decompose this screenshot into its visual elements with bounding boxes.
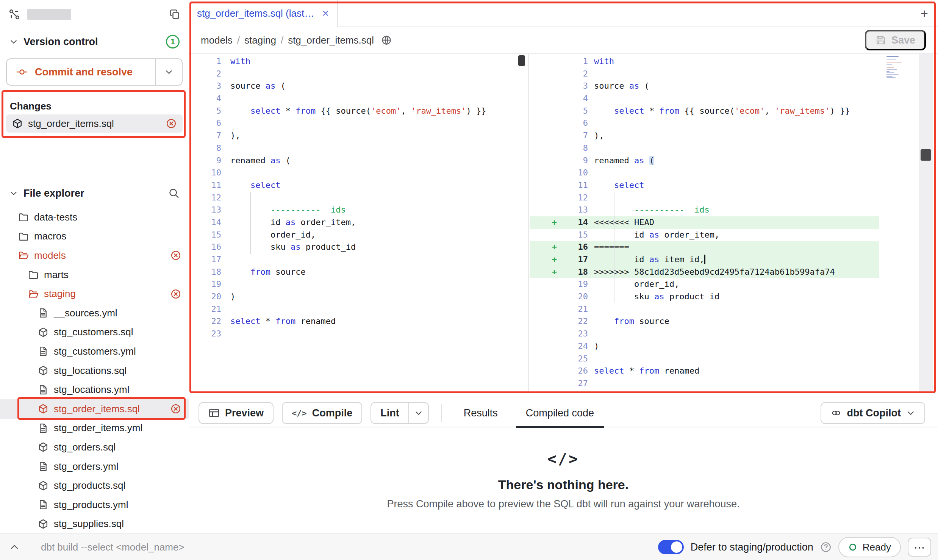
code-line[interactable]: 13 ---------- ids: [530, 204, 879, 216]
tab-results[interactable]: Results: [454, 399, 508, 427]
dbt-copilot-button[interactable]: dbt Copilot: [821, 402, 925, 424]
file-tree-item[interactable]: stg_locations.yml: [0, 380, 189, 399]
file-tree-item[interactable]: stg_customers.sql: [0, 323, 189, 342]
file-tree-item[interactable]: stg_order_items.sql: [0, 399, 189, 419]
code-line[interactable]: 8: [530, 142, 879, 155]
code-line[interactable]: 11 select: [189, 179, 528, 192]
code-line[interactable]: 12: [189, 192, 528, 204]
file-tree-item[interactable]: stg_orders.sql: [0, 438, 189, 457]
commit-and-resolve-button[interactable]: Commit and resolve: [6, 58, 183, 86]
code-line[interactable]: 15 id as order_item,: [530, 229, 879, 241]
file-tree-item[interactable]: __sources.yml: [0, 303, 189, 323]
file-tree-item[interactable]: stg_products.yml: [0, 495, 189, 515]
code-line[interactable]: 6: [530, 117, 879, 130]
code-line[interactable]: 7),: [530, 130, 879, 142]
project-graph-icon[interactable]: [8, 8, 20, 20]
editor-scrollbar-track[interactable]: [919, 54, 933, 393]
code-line[interactable]: 17: [189, 253, 528, 266]
code-line[interactable]: 14 id as order_item,: [189, 216, 528, 229]
globe-icon[interactable]: [381, 34, 392, 46]
lint-button[interactable]: Lint: [371, 402, 409, 424]
file-tree-item[interactable]: models: [0, 246, 189, 265]
code-line[interactable]: 4: [530, 92, 879, 105]
conflict-icon[interactable]: [166, 118, 177, 129]
file-tree-item[interactable]: macros: [0, 227, 189, 246]
code-line[interactable]: 3source as (: [189, 80, 528, 92]
file-tree-item[interactable]: stg_customers.yml: [0, 342, 189, 361]
code-line[interactable]: 16 sku as product_id: [189, 241, 528, 253]
code-line[interactable]: 7),: [189, 130, 528, 142]
file-tree-item[interactable]: staging: [0, 284, 189, 303]
file-explorer-header[interactable]: File explorer: [0, 184, 189, 202]
code-line[interactable]: 4: [189, 92, 528, 105]
editor-pane-modified[interactable]: 1with23source as (45 select * from {{ so…: [530, 54, 879, 393]
version-control-header[interactable]: Version control 1: [0, 33, 189, 51]
code-line[interactable]: 15 order_id,: [189, 229, 528, 241]
file-tree-item[interactable]: stg_supplies.sql: [0, 515, 189, 534]
status-ready-pill[interactable]: Ready: [838, 537, 901, 557]
code-line[interactable]: 25: [530, 353, 879, 365]
code-line[interactable]: 8: [189, 142, 528, 155]
breadcrumb-part[interactable]: staging: [244, 34, 276, 46]
tab-compiled-code[interactable]: Compiled code: [516, 399, 604, 427]
code-line[interactable]: 12: [530, 192, 879, 204]
file-tree-item[interactable]: marts: [0, 265, 189, 285]
code-line[interactable]: 2: [530, 68, 879, 80]
code-line[interactable]: 22select * from renamed: [189, 315, 528, 328]
code-line[interactable]: 24): [530, 340, 879, 353]
editor-scrollbar-thumb[interactable]: [921, 149, 931, 161]
file-tree-item[interactable]: data-tests: [0, 208, 189, 227]
code-line[interactable]: +18>>>>>>> 58c1dd23d5eebd9cd2495fa7124ab…: [530, 266, 879, 278]
code-line[interactable]: 19 order_id,: [530, 278, 879, 291]
code-line[interactable]: 22 from source: [530, 315, 879, 328]
commit-dropdown-button[interactable]: [155, 59, 182, 85]
code-line[interactable]: 20 sku as product_id: [530, 291, 879, 303]
lint-dropdown-button[interactable]: [408, 402, 429, 424]
chevron-up-icon[interactable]: [7, 542, 22, 552]
copy-icon[interactable]: [169, 9, 180, 20]
code-line[interactable]: 6: [189, 117, 528, 130]
code-line[interactable]: 21: [189, 303, 528, 316]
editor-pane-original[interactable]: 1with23source as (45 select * from {{ so…: [189, 54, 529, 393]
code-line[interactable]: +14<<<<<<< HEAD: [530, 216, 879, 229]
defer-toggle[interactable]: [658, 540, 684, 554]
code-line[interactable]: 5 select * from {{ source('ecom', 'raw_i…: [189, 105, 528, 117]
code-line[interactable]: 11 select: [530, 179, 879, 192]
code-line[interactable]: 27: [530, 377, 879, 390]
help-icon[interactable]: [820, 541, 832, 553]
code-line[interactable]: 13 ---------- ids: [189, 204, 528, 216]
more-options-button[interactable]: ⋯: [908, 538, 931, 557]
code-line[interactable]: 5 select * from {{ source('ecom', 'raw_i…: [530, 105, 879, 117]
left-pane-scrollbar[interactable]: [518, 55, 525, 66]
code-line[interactable]: 21: [530, 303, 879, 316]
code-line[interactable]: 10: [530, 167, 879, 179]
save-button[interactable]: Save: [865, 30, 926, 50]
command-prompt[interactable]: dbt build --select <model_name>: [41, 541, 184, 553]
close-tab-icon[interactable]: ×: [322, 8, 329, 19]
code-line[interactable]: 9renamed as (: [189, 155, 528, 167]
conflict-icon[interactable]: [170, 289, 181, 299]
code-line[interactable]: 19: [189, 278, 528, 291]
code-line[interactable]: 9renamed as (: [530, 155, 879, 167]
code-line[interactable]: 20): [189, 291, 528, 303]
code-line[interactable]: 1with: [530, 55, 879, 68]
new-tab-button[interactable]: +: [911, 0, 938, 27]
code-line[interactable]: +17 id as item_id,: [530, 253, 879, 266]
code-line[interactable]: 23: [189, 328, 528, 340]
minimap[interactable]: [884, 55, 905, 80]
code-line[interactable]: 3source as (: [530, 80, 879, 92]
breadcrumb-part[interactable]: stg_order_items.sql: [288, 34, 374, 46]
changed-file-row[interactable]: stg_order_items.sql: [6, 114, 183, 133]
code-line[interactable]: 23: [530, 328, 879, 340]
code-line[interactable]: 18 from source: [189, 266, 528, 278]
code-line[interactable]: 10: [189, 167, 528, 179]
conflict-icon[interactable]: [170, 250, 181, 261]
file-tree-item[interactable]: stg_orders.yml: [0, 457, 189, 476]
editor-tab[interactable]: stg_order_items.sql (last c… ×: [189, 0, 338, 27]
search-icon[interactable]: [168, 188, 180, 199]
file-tree-item[interactable]: stg_locations.sql: [0, 361, 189, 380]
code-line[interactable]: 26select * from renamed: [530, 365, 879, 377]
compile-button[interactable]: </> Compile: [282, 402, 362, 424]
code-line[interactable]: 1with: [189, 55, 528, 68]
code-line[interactable]: 2: [189, 68, 528, 80]
